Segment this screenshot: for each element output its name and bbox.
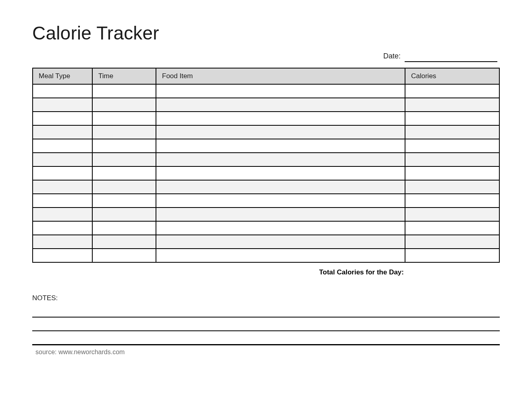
table-row — [33, 235, 499, 249]
cell-food-item[interactable] — [156, 235, 405, 249]
total-calories-label: Total Calories for the Day: — [32, 268, 500, 276]
table-row — [33, 84, 499, 98]
cell-food-item[interactable] — [156, 125, 405, 139]
cell-meal-type[interactable] — [33, 249, 92, 262]
cell-meal-type[interactable] — [33, 98, 92, 112]
cell-calories[interactable] — [405, 166, 499, 180]
cell-food-item[interactable] — [156, 112, 405, 125]
notes-label: NOTES: — [32, 294, 500, 302]
col-header-calories: Calories — [405, 68, 499, 84]
notes-section: NOTES: source: www.neworchards.com — [32, 294, 500, 356]
cell-calories[interactable] — [405, 249, 499, 262]
date-row: Date: — [32, 51, 500, 62]
cell-meal-type[interactable] — [33, 112, 92, 125]
table-row — [33, 208, 499, 221]
cell-meal-type[interactable] — [33, 166, 92, 180]
date-label: Date: — [383, 52, 401, 60]
cell-calories[interactable] — [405, 235, 499, 249]
calorie-table: Meal Type Time Food Item Calories — [32, 68, 500, 263]
cell-calories[interactable] — [405, 153, 499, 166]
cell-food-item[interactable] — [156, 139, 405, 153]
cell-meal-type[interactable] — [33, 84, 92, 98]
cell-calories[interactable] — [405, 112, 499, 125]
table-body — [33, 84, 499, 262]
table-header-row: Meal Type Time Food Item Calories — [33, 68, 499, 84]
cell-calories[interactable] — [405, 84, 499, 98]
date-input[interactable] — [405, 51, 497, 62]
col-header-food-item: Food Item — [156, 68, 405, 84]
cell-time[interactable] — [92, 98, 156, 112]
cell-calories[interactable] — [405, 221, 499, 235]
table-row — [33, 153, 499, 166]
cell-food-item[interactable] — [156, 153, 405, 166]
cell-food-item[interactable] — [156, 194, 405, 208]
cell-calories[interactable] — [405, 98, 499, 112]
cell-food-item[interactable] — [156, 98, 405, 112]
cell-food-item[interactable] — [156, 249, 405, 262]
cell-calories[interactable] — [405, 180, 499, 194]
cell-meal-type[interactable] — [33, 235, 92, 249]
table-row — [33, 249, 499, 262]
cell-time[interactable] — [92, 166, 156, 180]
cell-time[interactable] — [92, 112, 156, 125]
cell-food-item[interactable] — [156, 180, 405, 194]
table-row — [33, 194, 499, 208]
source-text: source: www.neworchards.com — [32, 349, 500, 356]
col-header-time: Time — [92, 68, 156, 84]
cell-meal-type[interactable] — [33, 139, 92, 153]
cell-calories[interactable] — [405, 208, 499, 221]
page-title: Calorie Tracker — [32, 22, 500, 44]
cell-time[interactable] — [92, 208, 156, 221]
cell-meal-type[interactable] — [33, 180, 92, 194]
cell-calories[interactable] — [405, 194, 499, 208]
cell-meal-type[interactable] — [33, 221, 92, 235]
col-header-meal-type: Meal Type — [33, 68, 92, 84]
cell-time[interactable] — [92, 180, 156, 194]
cell-food-item[interactable] — [156, 84, 405, 98]
notes-line — [32, 344, 500, 345]
cell-time[interactable] — [92, 84, 156, 98]
cell-time[interactable] — [92, 221, 156, 235]
table-row — [33, 125, 499, 139]
table-row — [33, 139, 499, 153]
cell-meal-type[interactable] — [33, 208, 92, 221]
notes-line — [32, 317, 500, 318]
cell-meal-type[interactable] — [33, 153, 92, 166]
cell-food-item[interactable] — [156, 166, 405, 180]
cell-time[interactable] — [92, 139, 156, 153]
table-row — [33, 112, 499, 125]
table-row — [33, 166, 499, 180]
cell-calories[interactable] — [405, 139, 499, 153]
cell-food-item[interactable] — [156, 208, 405, 221]
cell-calories[interactable] — [405, 125, 499, 139]
cell-time[interactable] — [92, 125, 156, 139]
cell-food-item[interactable] — [156, 221, 405, 235]
table-row — [33, 221, 499, 235]
cell-meal-type[interactable] — [33, 194, 92, 208]
table-row — [33, 180, 499, 194]
cell-time[interactable] — [92, 249, 156, 262]
cell-time[interactable] — [92, 235, 156, 249]
cell-time[interactable] — [92, 153, 156, 166]
notes-line — [32, 330, 500, 331]
cell-time[interactable] — [92, 194, 156, 208]
cell-meal-type[interactable] — [33, 125, 92, 139]
table-row — [33, 98, 499, 112]
